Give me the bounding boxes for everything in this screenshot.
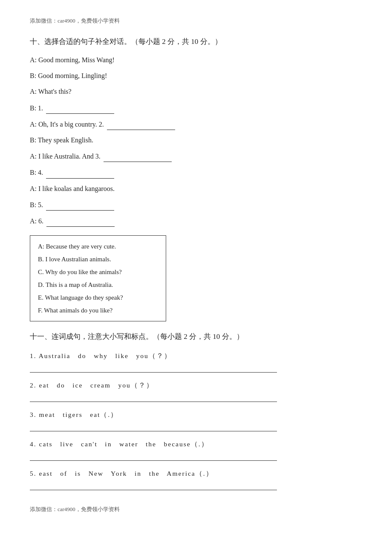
reorder-q3: 3. meat tigers eat（.）: [30, 408, 362, 421]
section11-title: 十一、连词成句，注意大小写和标点。（每小题 2 分，共 10 分。）: [30, 332, 362, 341]
watermark-top: 添加微信：car4900，免费领小学资料: [30, 17, 362, 25]
q4-number: 4. cats live can't in water the because（…: [30, 440, 209, 448]
dialog-text-3: What's this?: [38, 88, 72, 95]
blank-6: [46, 215, 115, 227]
dialog-line-11: A: 6.: [30, 215, 362, 227]
option-B: B. I love Australian animals.: [38, 253, 158, 266]
section10-title: 十、选择合适的句子补全对话。（每小题 2 分，共 10 分。）: [30, 37, 362, 46]
dialog-line-9: A: I like koalas and kangaroos.: [30, 183, 362, 194]
dialog-line-10: B: 5.: [30, 199, 362, 211]
reorder-q1: 1. Australia do why like you（？）: [30, 349, 362, 362]
speaker-8: B: 4.: [30, 169, 43, 176]
q1-number: 1. Australia do why like you（？）: [30, 352, 172, 359]
answer-line-3: [30, 424, 277, 431]
dialog-line-4: B: 1.: [30, 102, 362, 114]
blank-3: [104, 150, 172, 162]
q2-number: 2. eat do ice cream you（？）: [30, 382, 154, 389]
answer-line-4: [30, 453, 277, 461]
watermark-bottom: 添加微信：car4900，免费领小学资料: [30, 506, 362, 513]
dialog-line-7: A: I like Australia. And 3.: [30, 150, 362, 162]
dialog-line-8: B: 4.: [30, 166, 362, 178]
option-F: F. What animals do you like?: [38, 304, 158, 317]
reorder-q2: 2. eat do ice cream you（？）: [30, 379, 362, 392]
dialog-line-2: B: Good morning, Lingling!: [30, 70, 362, 81]
reorder-q5: 5. east of is New York in the America（.）: [30, 467, 362, 480]
speaker-5: A: Oh, It's a big country. 2.: [30, 121, 104, 128]
blank-4: [46, 166, 114, 178]
dialog-text-1: Good morning, Miss Wang!: [38, 56, 115, 64]
speaker-7: A: I like Australia. And 3.: [30, 153, 101, 160]
blank-5: [46, 199, 114, 211]
speaker-6: B:: [30, 136, 36, 144]
option-E: E. What language do they speak?: [38, 291, 158, 304]
dialog-line-3: A: What's this?: [30, 86, 362, 97]
speaker-10: B: 5.: [30, 201, 43, 208]
dialog-line-6: B: They speak English.: [30, 134, 362, 146]
options-box: A: Because they are very cute. B. I love…: [30, 235, 166, 321]
option-A: A: Because they are very cute.: [38, 240, 158, 253]
dialog-text-9: I like koalas and kangaroos.: [38, 185, 115, 192]
dialog-line-5: A: Oh, It's a big country. 2.: [30, 118, 362, 130]
answer-line-2: [30, 394, 277, 402]
answer-line-5: [30, 483, 277, 490]
q5-number: 5. east of is New York in the America（.）: [30, 470, 213, 477]
reorder-q4: 4. cats live can't in water the because（…: [30, 437, 362, 451]
dialog-line-1: A: Good morning, Miss Wang!: [30, 54, 362, 66]
blank-2: [107, 118, 175, 130]
speaker-11: A: 6.: [30, 217, 43, 225]
speaker-2: B:: [30, 72, 36, 79]
dialog-text-2: Good morning, Lingling!: [38, 72, 107, 79]
answer-line-1: [30, 365, 277, 373]
speaker-1: A:: [30, 56, 37, 64]
dialog-text-6: They speak English.: [38, 136, 93, 144]
speaker-3: A:: [30, 88, 37, 95]
page: 添加微信：car4900，免费领小学资料 十、选择合适的句子补全对话。（每小题 …: [0, 0, 392, 555]
option-D: D. This is a map of Australia.: [38, 278, 158, 291]
speaker-9: A:: [30, 185, 37, 192]
q3-number: 3. meat tigers eat（.）: [30, 411, 118, 418]
option-C: C. Why do you like the animals?: [38, 266, 158, 278]
speaker-4: B: 1.: [30, 104, 43, 112]
blank-1: [46, 102, 114, 114]
